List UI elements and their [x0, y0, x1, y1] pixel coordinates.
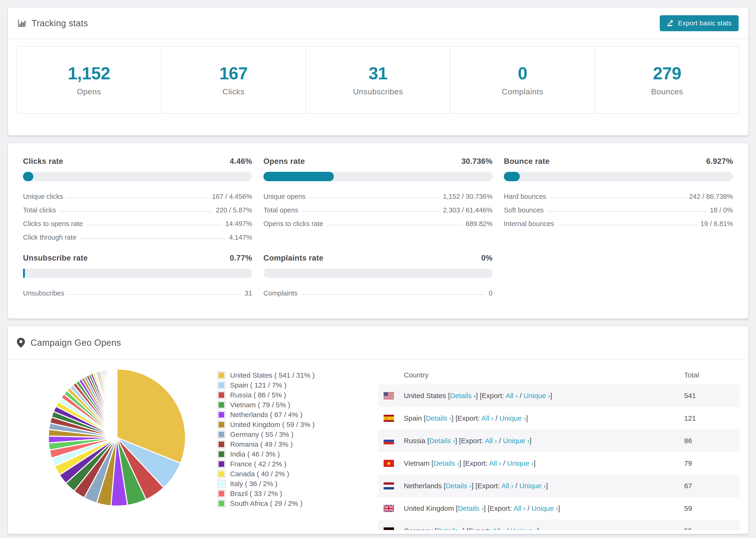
export-all-link[interactable]: All ›: [506, 392, 518, 400]
legend-label: Vietnam ( 79 / 5% ): [230, 401, 290, 409]
summary-label: Bounces: [651, 87, 683, 96]
details-link[interactable]: Details ›: [450, 392, 476, 400]
country-name: Russia: [404, 437, 425, 445]
rate-title: Unsubscribe rate: [23, 253, 88, 262]
summary-cell-clicks: 167 Clicks: [162, 46, 306, 113]
export-unique-link[interactable]: Unique ›: [523, 392, 550, 400]
country-name: United States: [404, 392, 446, 400]
country-name: Germany: [404, 527, 433, 530]
stat-row: Total clicks220 / 5.87%: [23, 202, 252, 215]
stat-row: Complaints0: [263, 285, 493, 298]
country-name: Vietnam: [404, 459, 430, 467]
bar-chart-icon: [17, 19, 26, 27]
details-link[interactable]: Details ›: [426, 414, 452, 422]
country-name: Spain: [404, 414, 422, 422]
legend-item-canada: Canada ( 40 / 2% ): [217, 469, 378, 479]
stat-row: Internal bounces19 / 6.81%: [504, 215, 733, 229]
progress-fill: [263, 172, 334, 181]
legend-item-vietnam: Vietnam ( 79 / 5% ): [217, 400, 378, 410]
legend-swatch: [217, 450, 225, 458]
details-link[interactable]: Details ›: [458, 505, 484, 512]
pie-slice[interactable]: [117, 369, 117, 438]
total-value: 79: [684, 459, 739, 467]
details-link[interactable]: Details ›: [446, 482, 471, 490]
details-link[interactable]: Details ›: [429, 437, 455, 445]
summary-value: 167: [219, 63, 247, 83]
stat-label: Click through rate: [23, 234, 76, 243]
stat-value: 14.497%: [225, 220, 252, 229]
rate-value: 4.46%: [230, 157, 252, 166]
stat-label: Unique opens: [263, 193, 305, 202]
export-button-label: Export basic stats: [678, 20, 731, 27]
table-row-united-states: United States [Details ›] [Export: All ›…: [378, 385, 739, 407]
legend-label: Brazil ( 33 / 2% ): [230, 490, 282, 498]
legend-item-united-kingdom: United Kingdom ( 59 / 3% ): [217, 420, 378, 430]
geo-card: Campaign Geo Opens United States ( 541 /…: [8, 326, 748, 534]
progress-bar: [23, 172, 252, 181]
export-all-link[interactable]: All ›: [489, 459, 501, 467]
tracking-stats-card: Tracking stats Export basic stats 1,152 …: [8, 7, 748, 136]
header-divider: [8, 39, 748, 39]
geo-header: Campaign Geo Opens: [8, 326, 748, 359]
stat-leader: [327, 225, 462, 225]
stat-label: Unsubscribes: [23, 290, 64, 298]
export-icon: [667, 20, 674, 27]
export-unique-link[interactable]: Unique ›: [519, 482, 546, 490]
stat-row: Clicks to opens rate14.497%: [23, 215, 252, 229]
flag-vietnam-icon: [384, 460, 394, 467]
stat-value: 220 / 5.87%: [216, 206, 252, 215]
stat-value: 2,303 / 61.446%: [443, 206, 493, 215]
stat-value: 4.147%: [229, 234, 252, 243]
legend-item-romania: Romania ( 49 / 3% ): [217, 439, 378, 449]
progress-bar: [263, 269, 493, 278]
table-row-united-kingdom: United Kingdom [Details ›] [Export: All …: [378, 497, 739, 520]
flag-russia-icon: [384, 437, 394, 444]
legend-swatch: [217, 460, 225, 468]
export-unique-link[interactable]: Unique ›: [507, 459, 534, 467]
rate-block-complaints: Complaints rate0% Complaints0: [263, 253, 493, 298]
stat-row: Unsubscribes31: [23, 285, 252, 298]
summary-cell-unsubscribes: 31 Unsubscribes: [306, 46, 451, 113]
export-unique-link[interactable]: Unique ›: [511, 527, 537, 530]
stat-label: Internal bounces: [504, 220, 554, 229]
details-link[interactable]: Details ›: [433, 459, 459, 467]
legend-label: Netherlands ( 67 / 4% ): [230, 411, 302, 419]
details-link[interactable]: Details ›: [437, 527, 462, 530]
legend-label: France ( 42 / 2% ): [230, 460, 287, 468]
stat-leader: [60, 211, 212, 212]
legend-label: Russia ( 86 / 5% ): [230, 391, 286, 399]
flag-germany-icon: [384, 527, 394, 530]
stat-leader: [301, 295, 485, 295]
rate-value: 6.927%: [706, 157, 733, 166]
stat-label: Hard bounces: [504, 193, 546, 202]
rate-value: 30.736%: [461, 157, 493, 166]
export-basic-stats-button[interactable]: Export basic stats: [660, 15, 739, 31]
table-header: Country Total: [378, 366, 739, 385]
stat-value: 242 / 86.738%: [689, 193, 733, 202]
legend-item-netherlands: Netherlands ( 67 / 4% ): [217, 410, 378, 420]
stat-row: Total opens2,303 / 61.446%: [263, 202, 493, 215]
export-all-link[interactable]: All ›: [513, 505, 526, 512]
export-all-link[interactable]: All ›: [501, 482, 513, 490]
export-all-link[interactable]: All ›: [492, 527, 505, 530]
export-unique-link[interactable]: Unique ›: [499, 414, 526, 422]
export-unique-link[interactable]: Unique ›: [503, 437, 529, 445]
rate-value: 0%: [481, 253, 493, 262]
stat-value: 31: [244, 290, 252, 298]
legend-label: United States ( 541 / 31% ): [230, 371, 315, 379]
export-unique-link[interactable]: Unique ›: [531, 505, 558, 512]
stat-value: 18 / 0%: [710, 206, 733, 215]
stat-leader: [87, 225, 222, 225]
export-all-link[interactable]: All ›: [485, 437, 497, 445]
legend-label: Germany ( 55 / 3% ): [230, 430, 294, 439]
legend-swatch: [217, 411, 225, 419]
legend-swatch: [217, 391, 225, 399]
stat-leader: [309, 198, 439, 198]
export-all-link[interactable]: All ›: [481, 414, 494, 422]
summary-value: 0: [518, 63, 527, 83]
geo-table[interactable]: Country Total United States [Details ›] …: [378, 366, 739, 530]
progress-bar: [23, 269, 252, 278]
geo-body: United States ( 541 / 31% )Spain ( 121 /…: [8, 360, 748, 530]
summary-value: 279: [653, 63, 681, 83]
legend-swatch: [217, 421, 225, 429]
